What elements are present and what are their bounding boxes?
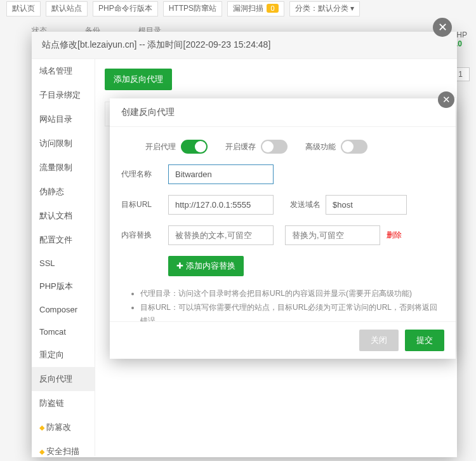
sidebar-item-6[interactable]: 默认文档 — [32, 204, 95, 228]
bg-tab[interactable]: PHP命令行版本 — [93, 1, 158, 17]
help-list: 代理目录：访问这个目录时将会把目标URL的内容返回并显示(需要开启高级功能)目标… — [140, 287, 444, 321]
close-inner-button[interactable]: ✕ — [438, 91, 454, 108]
sidebar-item-label: 防篡改 — [46, 422, 71, 432]
toggle-label: 高级功能 — [305, 142, 336, 152]
sidebar-item-label: 子目录绑定 — [39, 90, 81, 100]
sidebar-item-label: Tomcat — [39, 327, 66, 337]
bg-tab[interactable]: 分类：默认分类 ▾ — [289, 1, 360, 17]
sidebar-item-4[interactable]: 流量限制 — [32, 156, 95, 180]
replace-from-input[interactable] — [168, 225, 274, 245]
bg-tab[interactable]: 默认站点 — [46, 1, 88, 17]
bg-toolbar: 默认页 默认站点 PHP命令行版本 HTTPS防窜站 漏洞扫描 0 分类：默认分… — [0, 0, 476, 18]
sidebar-item-label: 网站目录 — [39, 114, 72, 124]
proxy-name-label: 代理名称 — [121, 169, 164, 180]
sidebar-item-label: PHP版本 — [39, 281, 73, 291]
send-domain-input[interactable] — [326, 195, 407, 215]
sidebar-item-9[interactable]: PHP版本 — [32, 274, 95, 298]
submit-button[interactable]: 提交 — [405, 330, 444, 351]
sidebar-item-7[interactable]: 配置文件 — [32, 228, 95, 252]
sidebar-item-label: 流量限制 — [39, 163, 72, 172]
sidebar-item-12[interactable]: 重定向 — [32, 343, 95, 367]
sidebar-item-label: 域名管理 — [39, 66, 72, 76]
delete-replace-link[interactable]: 删除 — [387, 230, 402, 241]
help-item: 目标URL：可以填写你需要代理的站点，目标URL必须为可正常访问的URL，否则将… — [140, 301, 444, 321]
replace-to-input[interactable] — [285, 225, 380, 245]
proxy-name-input[interactable] — [168, 164, 274, 184]
sidebar-item-label: 反向代理 — [39, 374, 72, 384]
sidebar-item-label: 防盗链 — [39, 398, 64, 408]
sidebar-item-label: 重定向 — [39, 350, 64, 359]
sidebar-item-2[interactable]: 网站目录 — [32, 107, 95, 131]
sidebar-item-label: 配置文件 — [39, 235, 72, 244]
sidebar-item-16[interactable]: ◆安全扫描 — [32, 439, 95, 456]
cancel-button[interactable]: 关闭 — [359, 330, 399, 351]
enable-cache-toggle[interactable] — [261, 140, 288, 154]
sidebar-item-13[interactable]: 反向代理 — [32, 367, 95, 391]
close-outer-button[interactable]: ✕ — [433, 18, 452, 37]
help-item: 代理目录：访问这个目录时将会把目标URL的内容返回并显示(需要开启高级功能) — [140, 287, 444, 301]
toggle-label: 开启缓存 — [225, 142, 256, 152]
bg-tab[interactable]: 默认页 — [6, 1, 41, 17]
sidebar-item-14[interactable]: 防盗链 — [32, 391, 95, 415]
sidebar-item-label: 访问限制 — [39, 138, 72, 148]
sidebar-item-label: SSL — [39, 258, 55, 268]
sidebar-item-10[interactable]: Composer — [32, 298, 95, 321]
premium-icon: ◆ — [39, 424, 44, 431]
send-domain-label: 发送域名 — [285, 199, 321, 210]
bg-tab[interactable]: HTTPS防窜站 — [163, 1, 222, 17]
bg-tab[interactable]: 漏洞扫描 0 — [227, 1, 284, 17]
enable-proxy-toggle[interactable] — [181, 140, 208, 154]
sidebar-item-label: 安全扫描 — [46, 446, 79, 456]
sidebar-item-label: Composer — [39, 305, 77, 314]
toggle-label: 开启代理 — [145, 142, 176, 152]
sidebar-item-3[interactable]: 访问限制 — [32, 131, 95, 156]
sidebar-item-label: 默认文档 — [39, 211, 72, 220]
advanced-toggle[interactable] — [341, 140, 367, 154]
add-content-replace-button[interactable]: ✚ 添加内容替换 — [168, 256, 244, 276]
site-sidebar: 域名管理子目录绑定网站目录访问限制流量限制伪静态默认文档配置文件SSLPHP版本… — [32, 59, 95, 456]
sidebar-item-15[interactable]: ◆防篡改 — [32, 415, 95, 439]
sidebar-item-11[interactable]: Tomcat — [32, 321, 95, 343]
target-url-label: 目标URL — [121, 199, 164, 210]
premium-icon: ◆ — [39, 448, 44, 455]
inner-modal-title: 创建反向代理 — [110, 98, 456, 127]
sidebar-item-1[interactable]: 子目录绑定 — [32, 83, 95, 107]
target-url-input[interactable] — [168, 195, 274, 215]
sidebar-item-label: 伪静态 — [39, 187, 64, 196]
sidebar-item-8[interactable]: SSL — [32, 252, 95, 274]
add-reverse-proxy-button[interactable]: 添加反向代理 — [105, 69, 172, 90]
create-reverse-proxy-modal: 创建反向代理 开启代理 开启缓存 高级功能 代理名称 目标URL 发送域名 内容… — [110, 98, 456, 359]
content-replace-label: 内容替换 — [121, 230, 164, 241]
outer-modal-title: 站点修改[bt.lezaiyun.cn] -- 添加时间[2022-09-23 … — [32, 32, 457, 59]
sidebar-item-0[interactable]: 域名管理 — [32, 59, 95, 83]
leak-badge: 0 — [267, 4, 278, 13]
sidebar-item-5[interactable]: 伪静态 — [32, 180, 95, 204]
